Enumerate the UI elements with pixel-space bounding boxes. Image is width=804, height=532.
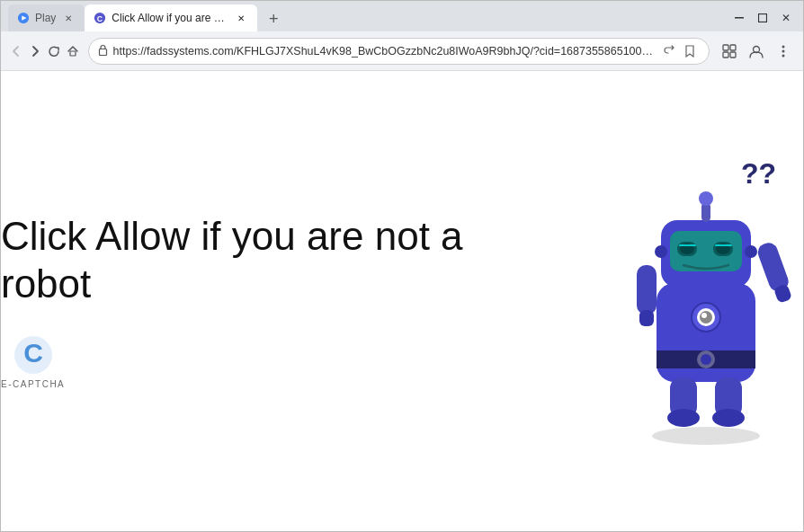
nav-bar: https://fadssystems.com/KFHLGJ7XShuL4vK9… bbox=[1, 31, 803, 71]
profile-button[interactable] bbox=[744, 39, 769, 64]
robot-shadow bbox=[652, 427, 760, 445]
tab-captcha[interactable]: C Click Allow if you are not a rob… ✕ bbox=[85, 4, 257, 31]
tab-play-label: Play bbox=[35, 12, 56, 24]
tab-play[interactable]: Play ✕ bbox=[8, 4, 85, 31]
new-tab-button[interactable]: + bbox=[261, 6, 286, 31]
content-wrapper: Click Allow if you are not a robot C E-C… bbox=[1, 71, 803, 531]
svg-point-13 bbox=[782, 45, 785, 48]
svg-rect-8 bbox=[723, 45, 728, 50]
svg-point-33 bbox=[712, 409, 745, 427]
tab-captcha-label: Click Allow if you are not a rob… bbox=[112, 12, 228, 24]
extensions-button[interactable] bbox=[717, 39, 742, 64]
tab-play-close[interactable]: ✕ bbox=[61, 11, 76, 25]
svg-point-25 bbox=[701, 354, 711, 365]
svg-point-29 bbox=[701, 313, 707, 318]
minimize-button[interactable] bbox=[729, 8, 749, 28]
svg-rect-4 bbox=[735, 17, 744, 19]
nav-right bbox=[717, 39, 796, 64]
svg-text:C: C bbox=[23, 338, 43, 368]
forward-button[interactable] bbox=[27, 39, 42, 64]
lock-icon bbox=[98, 44, 108, 58]
url-text: https://fadssystems.com/KFHLGJ7XShuL4vK9… bbox=[113, 45, 653, 58]
captcha-c-logo: C bbox=[13, 334, 54, 376]
svg-rect-9 bbox=[730, 45, 736, 50]
captcha-logo: C E-CAPTCHA bbox=[1, 334, 65, 389]
svg-point-36 bbox=[699, 191, 713, 206]
home-button[interactable] bbox=[65, 39, 80, 64]
left-section: Click Allow if you are not a robot C E-C… bbox=[1, 213, 555, 390]
robot-container: ?? bbox=[609, 148, 803, 454]
address-actions bbox=[658, 41, 700, 61]
browser-window: Play ✕ C Click Allow if you are not a ro… bbox=[0, 0, 804, 532]
tab-captcha-close[interactable]: ✕ bbox=[234, 11, 248, 25]
back-button[interactable] bbox=[8, 39, 23, 64]
svg-point-45 bbox=[745, 245, 757, 258]
title-bar: Play ✕ C Click Allow if you are not a ro… bbox=[1, 1, 803, 31]
bookmark-icon[interactable] bbox=[680, 41, 700, 61]
svg-rect-11 bbox=[730, 52, 736, 58]
reload-button[interactable] bbox=[46, 39, 61, 64]
robot-illustration bbox=[621, 175, 791, 427]
address-bar[interactable]: https://fadssystems.com/KFHLGJ7XShuL4vK9… bbox=[88, 38, 710, 65]
svg-rect-7 bbox=[99, 49, 106, 56]
svg-point-14 bbox=[782, 49, 785, 52]
svg-point-15 bbox=[782, 54, 785, 57]
play-favicon bbox=[17, 12, 30, 24]
menu-button[interactable] bbox=[771, 39, 796, 64]
svg-point-32 bbox=[667, 409, 700, 427]
main-message: Click Allow if you are not a robot bbox=[1, 213, 555, 308]
window-controls: ✕ bbox=[729, 8, 796, 28]
page-content: Click Allow if you are not a robot C E-C… bbox=[1, 71, 803, 531]
close-button[interactable]: ✕ bbox=[776, 8, 796, 28]
svg-rect-5 bbox=[759, 14, 767, 22]
svg-point-44 bbox=[655, 245, 667, 258]
svg-rect-6 bbox=[70, 51, 76, 56]
captcha-brand-text: E-CAPTCHA bbox=[1, 379, 65, 389]
maximize-button[interactable] bbox=[753, 8, 773, 28]
captcha-favicon: C bbox=[94, 12, 106, 24]
tabs-bar: Play ✕ C Click Allow if you are not a ro… bbox=[8, 1, 286, 31]
svg-text:C: C bbox=[97, 14, 103, 23]
svg-rect-18 bbox=[637, 265, 657, 315]
share-icon[interactable] bbox=[658, 41, 678, 61]
svg-rect-19 bbox=[639, 310, 654, 326]
svg-rect-10 bbox=[723, 52, 728, 58]
